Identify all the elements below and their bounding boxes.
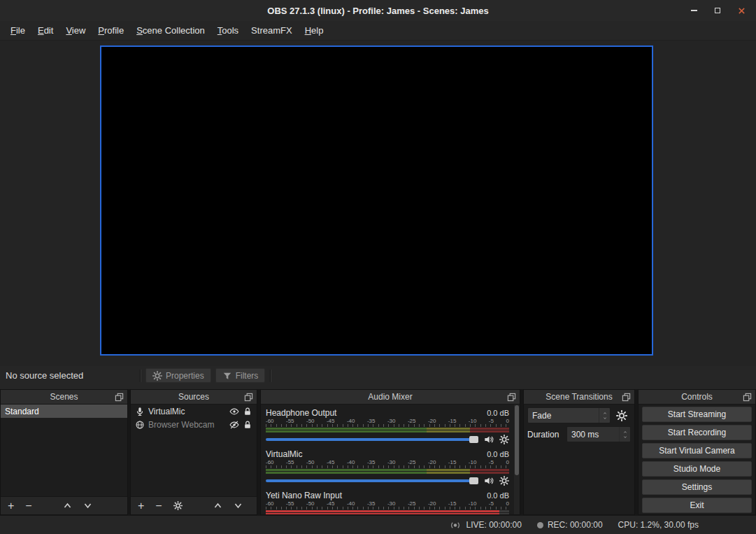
gear-icon[interactable]	[499, 476, 509, 486]
studio-mode-button[interactable]: Studio Mode	[642, 461, 752, 477]
mixer-controls	[266, 475, 509, 487]
db-scale: -60-55-50-45-40-35-30-25-20-15-10-50	[266, 460, 509, 465]
filters-label: Filters	[236, 371, 259, 381]
source-toolbar: No source selected Properties Filters	[0, 366, 756, 385]
mixer-level: 0.0 dB	[487, 450, 509, 458]
rec-time: REC: 00:00:00	[548, 520, 603, 530]
menu-tools[interactable]: Tools	[211, 21, 245, 40]
lock-icon[interactable]	[243, 407, 252, 416]
controls-dock: Controls Start Streaming Start Recording…	[638, 389, 756, 515]
transition-select[interactable]: Fade	[527, 407, 611, 423]
close-icon	[738, 7, 746, 15]
spin-arrows[interactable]	[619, 427, 630, 442]
no-source-label: No source selected	[6, 370, 137, 381]
source-item[interactable]: VirtualMic	[131, 405, 257, 418]
mixer-name: Yeti Nano Raw Input	[266, 491, 342, 500]
menu-help[interactable]: Help	[299, 21, 330, 40]
menu-scene-collection[interactable]: Scene Collection	[130, 21, 211, 40]
maximize-button[interactable]	[706, 0, 729, 21]
mixer-level: 0.0 dB	[487, 491, 509, 500]
sources-dock-title: Sources	[178, 392, 209, 402]
menu-bar: File Edit View Profile Scene Collection …	[0, 21, 756, 41]
slider-handle[interactable]	[469, 477, 478, 484]
menu-edit[interactable]: Edit	[31, 21, 59, 40]
db-tick-marks	[266, 424, 509, 427]
menu-file[interactable]: File	[4, 21, 31, 40]
broadcast-icon	[449, 521, 462, 530]
window-title: OBS 27.1.3 (linux) - Profile: James - Sc…	[267, 6, 488, 16]
duration-input[interactable]: 300 ms	[566, 426, 631, 442]
mixer-scrollbar[interactable]	[514, 405, 520, 514]
speaker-icon[interactable]	[484, 476, 494, 486]
toolbar-separator	[140, 370, 141, 382]
filters-button[interactable]: Filters	[215, 368, 266, 383]
dock-area: Scenes Standard + − Sources VirtualMic	[0, 389, 756, 515]
mixer-name: VirtualMic	[266, 449, 302, 459]
filter-icon	[222, 371, 232, 381]
slider-handle[interactable]	[469, 436, 478, 443]
mixer-list: Headphone Output 0.0 dB -60-55-50-45-40-…	[261, 405, 520, 514]
popout-icon[interactable]	[622, 393, 631, 402]
popout-icon[interactable]	[743, 393, 752, 402]
properties-label: Properties	[166, 371, 204, 381]
live-status: LIVE: 00:00:00	[449, 520, 521, 530]
toolbar-separator	[270, 370, 271, 382]
mixer-headphone-output: Headphone Output 0.0 dB -60-55-50-45-40-…	[266, 407, 509, 446]
scenes-toolbar: + −	[1, 496, 127, 514]
menu-view[interactable]: View	[59, 21, 92, 40]
source-item[interactable]: Browser Webcam	[131, 418, 257, 431]
scenes-dock: Scenes Standard + −	[0, 389, 128, 515]
popout-icon[interactable]	[115, 393, 124, 402]
move-scene-down-button[interactable]	[83, 501, 92, 510]
window-controls	[682, 0, 753, 21]
visibility-eye-off-icon[interactable]	[229, 420, 239, 430]
settings-button[interactable]: Settings	[642, 479, 752, 495]
mixer-controls	[266, 433, 509, 446]
start-virtual-camera-button[interactable]: Start Virtual Camera	[642, 443, 752, 458]
mixer-level: 0.0 dB	[487, 409, 509, 417]
remove-scene-button[interactable]: −	[25, 500, 31, 512]
move-scene-up-button[interactable]	[63, 501, 72, 510]
properties-button[interactable]: Properties	[145, 368, 211, 383]
cpu-stats: CPU: 1.2%, 30.00 fps	[618, 520, 699, 530]
scene-item[interactable]: Standard	[1, 405, 127, 418]
add-scene-button[interactable]: +	[8, 500, 14, 512]
minimize-button[interactable]	[682, 0, 706, 21]
lock-icon[interactable]	[243, 420, 252, 430]
move-source-down-button[interactable]	[234, 501, 243, 510]
sources-dock: Sources VirtualMic Browser Webcam + −	[130, 389, 257, 515]
globe-icon	[135, 420, 145, 430]
sources-list: VirtualMic Browser Webcam	[131, 405, 257, 496]
menu-profile[interactable]: Profile	[92, 21, 130, 40]
volume-slider[interactable]	[266, 433, 478, 446]
source-properties-gear-button[interactable]	[173, 501, 183, 510]
menu-streamfx[interactable]: StreamFX	[245, 21, 299, 40]
start-recording-button[interactable]: Start Recording	[642, 425, 752, 440]
close-button[interactable]	[729, 0, 753, 21]
preview-canvas[interactable]	[100, 45, 653, 356]
start-streaming-button[interactable]: Start Streaming	[642, 407, 752, 422]
move-source-up-button[interactable]	[213, 501, 222, 510]
db-tick-marks	[266, 507, 509, 510]
gear-icon	[152, 371, 162, 381]
volume-slider[interactable]	[266, 475, 478, 487]
duration-label: Duration	[527, 430, 566, 440]
popout-icon[interactable]	[244, 393, 253, 402]
mixer-header: VirtualMic 0.0 dB	[266, 449, 509, 460]
scenes-dock-title: Scenes	[50, 392, 78, 402]
combo-arrows[interactable]	[599, 408, 610, 423]
visibility-eye-icon[interactable]	[229, 407, 239, 416]
popout-icon[interactable]	[507, 393, 516, 402]
audio-mixer-header: Audio Mixer	[261, 390, 520, 405]
remove-source-button[interactable]: −	[155, 500, 162, 512]
volume-meter	[266, 469, 509, 474]
transitions-dock: Scene Transitions Fade Duration	[523, 389, 635, 515]
add-source-button[interactable]: +	[138, 500, 144, 512]
exit-button[interactable]: Exit	[642, 498, 752, 513]
gear-icon[interactable]	[499, 435, 509, 444]
scrollbar-thumb[interactable]	[515, 405, 519, 475]
speaker-icon[interactable]	[484, 435, 494, 444]
mixer-name: Headphone Output	[266, 408, 336, 418]
transition-properties-button[interactable]	[613, 407, 631, 423]
preview-area	[0, 41, 756, 366]
